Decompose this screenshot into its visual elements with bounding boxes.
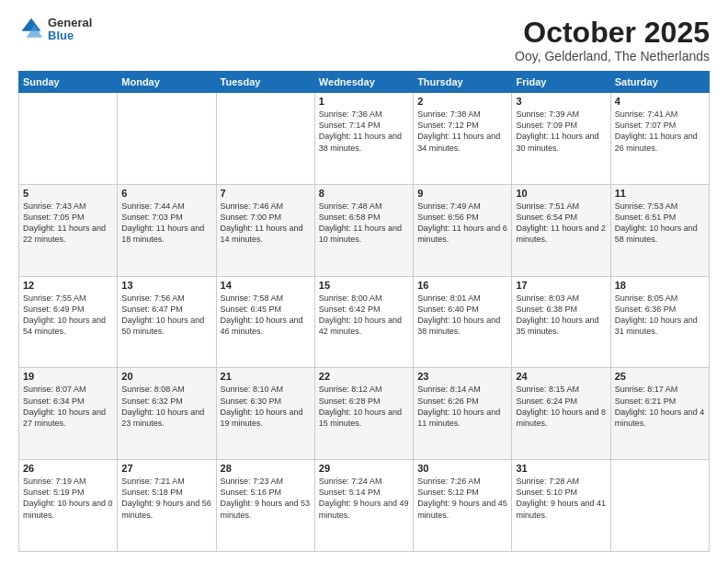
calendar-cell: 28Sunrise: 7:23 AM Sunset: 5:16 PM Dayli…	[216, 460, 314, 552]
day-info: Sunrise: 7:39 AM Sunset: 7:09 PM Dayligh…	[516, 109, 606, 154]
calendar-week-1: 1Sunrise: 7:36 AM Sunset: 7:14 PM Daylig…	[19, 93, 710, 185]
calendar-cell	[118, 93, 216, 185]
day-number: 28	[221, 463, 311, 474]
calendar-cell: 3Sunrise: 7:39 AM Sunset: 7:09 PM Daylig…	[512, 93, 610, 185]
day-info: Sunrise: 7:43 AM Sunset: 7:05 PM Dayligh…	[23, 201, 113, 246]
day-header-friday: Friday	[512, 72, 610, 93]
day-number: 17	[516, 280, 606, 291]
calendar-cell: 27Sunrise: 7:21 AM Sunset: 5:18 PM Dayli…	[118, 460, 216, 552]
calendar-cell: 15Sunrise: 8:00 AM Sunset: 6:42 PM Dayli…	[314, 276, 413, 368]
day-number: 11	[615, 188, 705, 199]
day-number: 31	[516, 463, 606, 474]
day-number: 25	[615, 371, 705, 382]
day-number: 10	[516, 188, 606, 199]
day-info: Sunrise: 7:26 AM Sunset: 5:12 PM Dayligh…	[417, 476, 507, 521]
day-header-thursday: Thursday	[414, 72, 512, 93]
calendar-cell: 20Sunrise: 8:08 AM Sunset: 6:32 PM Dayli…	[118, 368, 216, 460]
day-info: Sunrise: 8:00 AM Sunset: 6:42 PM Dayligh…	[319, 293, 409, 338]
day-info: Sunrise: 7:58 AM Sunset: 6:45 PM Dayligh…	[221, 293, 311, 338]
calendar-cell: 23Sunrise: 8:14 AM Sunset: 6:26 PM Dayli…	[414, 368, 512, 460]
day-number: 7	[221, 188, 311, 199]
day-info: Sunrise: 7:53 AM Sunset: 6:51 PM Dayligh…	[615, 201, 705, 246]
day-info: Sunrise: 8:17 AM Sunset: 6:21 PM Dayligh…	[615, 384, 705, 429]
day-number: 30	[417, 463, 507, 474]
day-number: 18	[615, 280, 705, 291]
day-number: 9	[417, 188, 507, 199]
day-info: Sunrise: 7:19 AM Sunset: 5:19 PM Dayligh…	[23, 476, 113, 521]
day-number: 15	[319, 280, 409, 291]
month-title: October 2025	[515, 17, 710, 49]
calendar-cell: 12Sunrise: 7:55 AM Sunset: 6:49 PM Dayli…	[19, 276, 118, 368]
calendar-cell: 6Sunrise: 7:44 AM Sunset: 7:03 PM Daylig…	[118, 184, 216, 276]
page: General Blue October 2025 Ooy, Gelderlan…	[0, 0, 728, 563]
day-info: Sunrise: 8:12 AM Sunset: 6:28 PM Dayligh…	[319, 384, 409, 429]
day-info: Sunrise: 7:56 AM Sunset: 6:47 PM Dayligh…	[121, 293, 211, 338]
calendar-cell: 18Sunrise: 8:05 AM Sunset: 6:36 PM Dayli…	[610, 276, 709, 368]
day-header-sunday: Sunday	[19, 72, 118, 93]
calendar-cell: 2Sunrise: 7:38 AM Sunset: 7:12 PM Daylig…	[414, 93, 512, 185]
day-info: Sunrise: 7:38 AM Sunset: 7:12 PM Dayligh…	[417, 109, 507, 154]
calendar-cell	[216, 93, 314, 185]
day-number: 26	[23, 463, 113, 474]
day-number: 21	[221, 371, 311, 382]
day-info: Sunrise: 8:14 AM Sunset: 6:26 PM Dayligh…	[417, 384, 507, 429]
day-number: 6	[121, 188, 211, 199]
day-number: 14	[221, 280, 311, 291]
calendar-cell: 13Sunrise: 7:56 AM Sunset: 6:47 PM Dayli…	[118, 276, 216, 368]
day-info: Sunrise: 7:46 AM Sunset: 7:00 PM Dayligh…	[221, 201, 311, 246]
calendar-cell: 1Sunrise: 7:36 AM Sunset: 7:14 PM Daylig…	[314, 93, 413, 185]
calendar-cell	[19, 93, 118, 185]
calendar-cell: 17Sunrise: 8:03 AM Sunset: 6:38 PM Dayli…	[512, 276, 610, 368]
day-number: 24	[516, 371, 606, 382]
calendar-cell: 5Sunrise: 7:43 AM Sunset: 7:05 PM Daylig…	[19, 184, 118, 276]
day-header-monday: Monday	[118, 72, 216, 93]
day-info: Sunrise: 8:05 AM Sunset: 6:36 PM Dayligh…	[615, 293, 705, 338]
day-info: Sunrise: 7:41 AM Sunset: 7:07 PM Dayligh…	[615, 109, 705, 154]
calendar-week-2: 5Sunrise: 7:43 AM Sunset: 7:05 PM Daylig…	[19, 184, 710, 276]
day-info: Sunrise: 8:10 AM Sunset: 6:30 PM Dayligh…	[221, 384, 311, 429]
day-info: Sunrise: 7:24 AM Sunset: 5:14 PM Dayligh…	[319, 476, 409, 521]
logo-icon	[18, 17, 44, 42]
day-number: 5	[23, 188, 113, 199]
day-number: 27	[121, 463, 211, 474]
day-number: 22	[319, 371, 409, 382]
calendar-header-row: SundayMondayTuesdayWednesdayThursdayFrid…	[19, 72, 710, 93]
calendar-table: SundayMondayTuesdayWednesdayThursdayFrid…	[18, 71, 710, 552]
day-number: 2	[417, 96, 507, 107]
day-info: Sunrise: 8:03 AM Sunset: 6:38 PM Dayligh…	[516, 293, 606, 338]
calendar-cell: 19Sunrise: 8:07 AM Sunset: 6:34 PM Dayli…	[19, 368, 118, 460]
day-info: Sunrise: 7:21 AM Sunset: 5:18 PM Dayligh…	[121, 476, 211, 521]
header: General Blue October 2025 Ooy, Gelderlan…	[18, 17, 710, 63]
day-number: 19	[23, 371, 113, 382]
day-info: Sunrise: 7:49 AM Sunset: 6:56 PM Dayligh…	[417, 201, 507, 246]
logo: General Blue	[18, 17, 92, 43]
calendar-cell: 9Sunrise: 7:49 AM Sunset: 6:56 PM Daylig…	[414, 184, 512, 276]
day-number: 29	[319, 463, 409, 474]
day-info: Sunrise: 7:55 AM Sunset: 6:49 PM Dayligh…	[23, 293, 113, 338]
calendar-cell: 14Sunrise: 7:58 AM Sunset: 6:45 PM Dayli…	[216, 276, 314, 368]
calendar-cell: 31Sunrise: 7:28 AM Sunset: 5:10 PM Dayli…	[512, 460, 610, 552]
calendar-cell: 29Sunrise: 7:24 AM Sunset: 5:14 PM Dayli…	[314, 460, 413, 552]
location-subtitle: Ooy, Gelderland, The Netherlands	[515, 49, 710, 63]
calendar-cell	[610, 460, 709, 552]
day-number: 12	[23, 280, 113, 291]
calendar-cell: 25Sunrise: 8:17 AM Sunset: 6:21 PM Dayli…	[610, 368, 709, 460]
calendar-cell: 26Sunrise: 7:19 AM Sunset: 5:19 PM Dayli…	[19, 460, 118, 552]
day-info: Sunrise: 7:36 AM Sunset: 7:14 PM Dayligh…	[319, 109, 409, 154]
day-info: Sunrise: 8:08 AM Sunset: 6:32 PM Dayligh…	[121, 384, 211, 429]
day-number: 1	[319, 96, 409, 107]
logo-general-text: General	[48, 17, 92, 29]
day-number: 13	[121, 280, 211, 291]
day-info: Sunrise: 8:01 AM Sunset: 6:40 PM Dayligh…	[417, 293, 507, 338]
day-info: Sunrise: 7:51 AM Sunset: 6:54 PM Dayligh…	[516, 201, 606, 246]
calendar-cell: 21Sunrise: 8:10 AM Sunset: 6:30 PM Dayli…	[216, 368, 314, 460]
calendar-week-4: 19Sunrise: 8:07 AM Sunset: 6:34 PM Dayli…	[19, 368, 710, 460]
day-info: Sunrise: 7:23 AM Sunset: 5:16 PM Dayligh…	[221, 476, 311, 521]
day-number: 23	[417, 371, 507, 382]
day-info: Sunrise: 7:44 AM Sunset: 7:03 PM Dayligh…	[121, 201, 211, 246]
day-header-wednesday: Wednesday	[314, 72, 413, 93]
calendar-cell: 22Sunrise: 8:12 AM Sunset: 6:28 PM Dayli…	[314, 368, 413, 460]
day-number: 16	[417, 280, 507, 291]
calendar-cell: 10Sunrise: 7:51 AM Sunset: 6:54 PM Dayli…	[512, 184, 610, 276]
calendar-cell: 8Sunrise: 7:48 AM Sunset: 6:58 PM Daylig…	[314, 184, 413, 276]
